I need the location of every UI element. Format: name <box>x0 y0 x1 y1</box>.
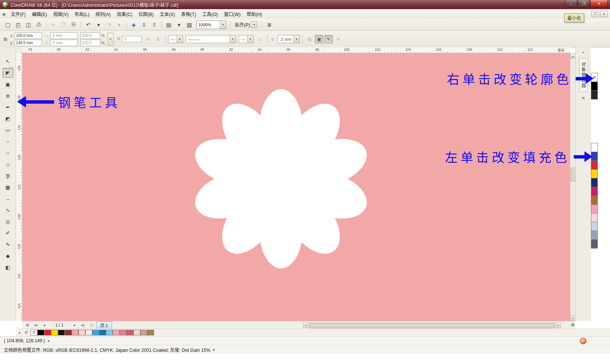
menu-item[interactable]: 文件(F) <box>8 9 29 19</box>
horizontal-scroll-thumb[interactable] <box>309 323 555 328</box>
chevron-down-icon[interactable]: ▾ <box>230 35 236 43</box>
doc-color-swatch[interactable] <box>79 330 85 335</box>
doc-color-swatch[interactable] <box>51 330 58 335</box>
page-tab[interactable]: 页 1 <box>96 321 112 329</box>
palette-flyout-icon[interactable]: ▸ <box>18 331 22 335</box>
rectangle-tool[interactable]: ▭ <box>3 125 13 135</box>
object-height-field[interactable] <box>50 40 78 46</box>
redo-dropdown-icon[interactable]: ▾ <box>114 20 124 29</box>
doc-color-swatch[interactable] <box>85 330 92 335</box>
outline-pen-tool[interactable]: ✎ <box>3 239 13 249</box>
object-y-field[interactable] <box>14 40 42 46</box>
object-width-field[interactable] <box>50 32 78 39</box>
chevron-down-icon[interactable]: ▾ <box>293 35 299 43</box>
chevron-down-icon[interactable]: ▾ <box>247 35 253 43</box>
options-icon[interactable]: ≣ <box>265 20 274 29</box>
doc-color-swatch[interactable] <box>106 330 113 335</box>
menu-item[interactable]: 文本(X) <box>157 9 178 19</box>
color-swatch[interactable] <box>591 90 598 99</box>
pick-tool[interactable]: ↖ <box>3 56 13 66</box>
doc-color-swatch[interactable] <box>140 330 147 335</box>
doc-color-swatch[interactable] <box>133 330 140 335</box>
chevron-down-icon[interactable]: ▾ <box>220 21 226 29</box>
fill-tool[interactable]: ◆ <box>3 251 13 261</box>
doc-color-swatch[interactable] <box>113 330 120 335</box>
document-restore-button[interactable]: ❐ <box>591 11 599 17</box>
color-swatch[interactable] <box>591 213 598 222</box>
expander-icon[interactable]: ▸ <box>48 339 50 343</box>
scroll-right-icon[interactable]: ▸ <box>555 322 561 328</box>
palette-eyedropper-icon[interactable]: ✐ <box>23 330 29 335</box>
document-close-button[interactable]: ✕ <box>600 11 608 17</box>
menu-item[interactable]: 编辑(E) <box>29 9 50 19</box>
vertical-scrollbar[interactable]: ▲ ▼ <box>570 53 576 321</box>
color-swatch[interactable] <box>591 204 598 213</box>
scale-v-field[interactable] <box>80 40 100 46</box>
polygon-tool[interactable]: ☆ <box>3 148 13 158</box>
chevron-down-icon[interactable]: ▾ <box>177 35 183 43</box>
undo-icon[interactable]: ↶ <box>83 20 93 29</box>
freehand-smoothing-button[interactable]: ✎ <box>324 35 333 43</box>
first-page-icon[interactable]: |◂ <box>32 322 40 328</box>
doc-color-swatch[interactable] <box>37 330 44 335</box>
line-style-select[interactable]: ——— ▾ <box>186 35 236 43</box>
flower-shape[interactable] <box>191 89 371 268</box>
maximize-button[interactable]: ❐ <box>578 0 590 8</box>
close-curve-button[interactable]: ▱ <box>256 35 265 43</box>
object-x-field[interactable] <box>14 32 42 39</box>
mirror-horizontal-button[interactable]: ⇋ <box>144 35 153 43</box>
doc-color-swatch[interactable] <box>147 330 154 335</box>
text-tool[interactable]: 字 <box>3 171 13 181</box>
zoom-level-combo[interactable]: ▾ <box>196 21 226 29</box>
outline-width-select[interactable]: .2 mm ▾ <box>278 35 300 43</box>
doc-color-swatch[interactable] <box>92 330 99 335</box>
dimension-tool[interactable]: ↔ <box>3 194 13 204</box>
menu-item[interactable]: 效果(C) <box>114 9 135 19</box>
white-fill-swatch[interactable] <box>591 143 598 152</box>
scroll-up-icon[interactable]: ▲ <box>570 53 576 59</box>
new-document-icon[interactable]: ▢ <box>3 20 13 29</box>
account-icon[interactable] <box>580 338 586 344</box>
menu-item[interactable]: 视图(V) <box>50 9 72 19</box>
basic-shapes-tool[interactable]: ◇ <box>3 159 13 169</box>
color-swatch[interactable] <box>591 187 598 196</box>
menu-item[interactable]: 布局(L) <box>72 9 93 19</box>
paste-icon[interactable]: ⎘ <box>69 20 79 29</box>
menu-item[interactable]: 排列(A) <box>92 9 114 19</box>
pen-tool[interactable]: ✒ <box>3 102 13 112</box>
arrowhead-end-select[interactable]: — ▾ <box>239 35 254 43</box>
blend-tool[interactable]: ◎ <box>3 216 13 226</box>
rotation-field[interactable] <box>122 36 142 42</box>
cut-icon[interactable]: ✂ <box>48 20 58 29</box>
expander-icon[interactable]: ▸ <box>214 348 215 351</box>
color-swatch[interactable] <box>591 196 598 205</box>
color-swatch[interactable] <box>591 178 598 187</box>
color-swatch[interactable] <box>591 160 598 170</box>
lock-ratio-button[interactable]: ¤ <box>108 33 114 46</box>
no-color-swatch[interactable] <box>30 330 37 335</box>
interactive-fill-tool[interactable]: ◧ <box>3 262 13 272</box>
doc-color-swatch[interactable] <box>58 330 65 335</box>
reduce-nodes-button[interactable]: ※ <box>334 35 342 43</box>
app-launcher-icon[interactable]: ▤ <box>164 20 173 29</box>
menu-item[interactable]: 工具(O) <box>199 9 221 19</box>
redo-icon[interactable]: ↷ <box>104 20 114 29</box>
export-icon[interactable]: ⇧ <box>149 20 159 29</box>
doc-color-swatch[interactable] <box>65 330 72 335</box>
snap-to-button[interactable]: 贴齐(P) ▾ <box>233 21 260 29</box>
last-page-icon[interactable]: ▸| <box>79 322 87 328</box>
next-page-icon[interactable]: ▸ <box>71 322 79 328</box>
doc-color-swatch[interactable] <box>99 330 106 335</box>
menu-item[interactable]: 帮助(H) <box>244 9 265 19</box>
scale-h-field[interactable] <box>80 32 100 39</box>
menu-item[interactable]: 位图(B) <box>135 9 157 19</box>
print-icon[interactable]: ⎙ <box>34 20 43 29</box>
text-wrap-button[interactable]: ▤ <box>305 35 314 43</box>
color-swatch[interactable] <box>591 231 598 240</box>
color-swatch[interactable] <box>591 239 598 249</box>
zoom-level-input[interactable] <box>197 22 220 28</box>
save-icon[interactable]: ◫ <box>24 20 33 29</box>
table-tool[interactable]: ▦ <box>3 182 13 192</box>
menu-item[interactable]: 表格(T) <box>178 9 199 19</box>
navigator-zoom-icon[interactable]: ⊕ <box>571 322 575 327</box>
